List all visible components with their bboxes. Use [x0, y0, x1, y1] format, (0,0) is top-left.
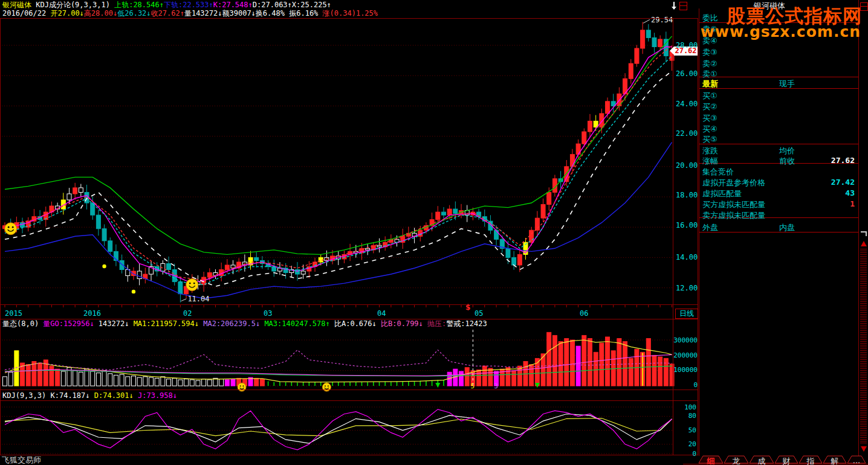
- kdj-chart-canvas[interactable]: [2, 407, 672, 454]
- price-tick: 26.00: [676, 69, 698, 78]
- volume-header-line: 量态(8,0) 量GO:152956↓ 143272↓ MA1:211957.5…: [2, 319, 487, 328]
- header-field: 上轨:28.546↑: [114, 1, 164, 9]
- row-label: 卖方虚拟未匹配量: [702, 210, 765, 221]
- quote-header-line: 2016/06/22 开27.00↓高28.00↓低26.32↓收27.62↑量…: [2, 9, 378, 18]
- kdj-line-J: [5, 409, 672, 450]
- indicator-header-line: 银河磁体 KDJ成分论(9,3,3,1) 上轨:28.546↑下轨:22.533…: [2, 1, 331, 9]
- tab-6[interactable]: 解: [823, 456, 846, 465]
- header-field: 收27.62↑: [151, 9, 184, 18]
- header-field: 2016/06/22: [2, 9, 50, 18]
- volume-mark: 5: [471, 382, 475, 390]
- scrollbar-up-icon[interactable]: [861, 241, 867, 246]
- price-tick: 20.00: [676, 161, 698, 170]
- volume-mark: 3: [494, 382, 498, 390]
- row-label: 虚拟开盘参考价格: [702, 178, 765, 188]
- high-annotation: 29.54: [651, 16, 673, 24]
- header-field: 量143272↓: [184, 9, 222, 18]
- order-book-row: 卖②: [699, 59, 858, 69]
- period-calendar-icon[interactable]: [679, 2, 687, 10]
- order-book-row: 涨幅前收27.62: [699, 156, 858, 166]
- period-selector[interactable]: 日线: [675, 309, 698, 319]
- main-chart-canvas[interactable]: 29.5411.04: [2, 16, 674, 303]
- dividend-marker: $: [465, 303, 470, 312]
- volume-header-field: 警戒:12423: [446, 319, 487, 328]
- price-tick: 16.00: [676, 221, 698, 229]
- volume-tick: 0: [673, 381, 698, 389]
- x-axis-label: 2015: [5, 309, 22, 318]
- tab-1[interactable]: 细: [699, 456, 723, 465]
- volume-header-field: 比B:0.799↓: [377, 319, 423, 328]
- order-book-row: 虚拟开盘参考价格27.42: [699, 178, 858, 188]
- order-book-row: 卖③: [699, 47, 858, 57]
- x-axis-label: 06: [580, 309, 588, 318]
- row-value: 43: [845, 188, 855, 197]
- row-label: 买方虚拟未匹配量: [702, 199, 765, 210]
- volume-header-field: MA3:140247.578↑: [260, 319, 330, 328]
- x-axis-label: 04: [377, 309, 386, 318]
- row-label: 集合竞价: [702, 167, 734, 178]
- kdj-tick: 0: [673, 450, 696, 458]
- smiley-marker: [186, 279, 198, 291]
- order-book-row: 卖①: [699, 69, 858, 79]
- price-tick: 18.00: [676, 191, 698, 199]
- volume-header-field: 量GO:152956↓: [43, 319, 94, 328]
- order-book-row: 买①: [699, 91, 858, 101]
- kdj-header-field: D:74.301↓: [90, 391, 134, 400]
- watermark-url: www.gszx.com.cn: [701, 23, 861, 40]
- volume-header-field: 143272↓: [94, 319, 129, 328]
- tab-2[interactable]: 龙: [724, 456, 748, 465]
- header-field: D:27.063↑: [253, 1, 292, 9]
- volume-chart-canvas[interactable]: 53: [2, 330, 674, 391]
- order-book-row: 虚拟匹配量43: [699, 188, 858, 199]
- volume-header-field: MA2:206239.5↓: [199, 319, 260, 328]
- tab-5[interactable]: 指: [799, 456, 822, 465]
- tab-3[interactable]: 成: [750, 456, 774, 465]
- volume-tick: 300000: [673, 336, 698, 344]
- tab-4[interactable]: 财: [775, 456, 798, 465]
- row-label: 买④: [702, 124, 717, 135]
- header-field: 振6.16%: [285, 9, 318, 18]
- order-book-row: 买④: [699, 124, 858, 134]
- row-label: 卖③: [702, 47, 717, 58]
- signal-triangle: [435, 383, 440, 388]
- app-brand-label: 飞狐交易师: [2, 455, 41, 465]
- order-book-row: 买②: [699, 101, 858, 112]
- kdj-header-field: KDJ(9,3,3): [2, 391, 50, 400]
- row-label: 涨跌: [702, 146, 718, 156]
- order-book-row: 外盘内盘: [699, 222, 858, 232]
- order-book-panel: 银河磁体 委比卖⑤卖④卖③卖②卖①最新现手买①买②买③买④买⑤涨跌均价涨幅前收2…: [699, 0, 858, 456]
- volume-header-field: 抛压:: [423, 319, 446, 328]
- dot-marker: [132, 290, 135, 293]
- price-tick: 24.00: [676, 100, 698, 108]
- volume-header-field: 量态(8,0): [2, 319, 43, 328]
- row-mid-label: 现手: [779, 79, 795, 89]
- row-label: 委比: [702, 13, 718, 24]
- kdj-header-line: KDJ(9,3,3) K:74.187↓ D:74.301↓ J:73.958↓: [2, 391, 177, 400]
- order-book-row: 买方虚拟未匹配量1: [699, 199, 858, 210]
- order-book-row: 最新现手: [699, 79, 858, 89]
- row-label: 买⑤: [702, 134, 717, 145]
- price-pin-icon[interactable]: [671, 2, 677, 9]
- price-tick: 14.00: [676, 253, 698, 261]
- header-field: 涨(0.34)1.25%: [318, 9, 378, 18]
- scrollbar-track[interactable]: [860, 249, 867, 444]
- kdj-tick: 50: [673, 426, 696, 434]
- kdj-tick: 20: [673, 440, 696, 448]
- row-mid-label: 前收: [779, 156, 795, 167]
- scrollbar-down-icon[interactable]: [861, 446, 867, 452]
- kdj-header-field: J:73.958↓: [134, 391, 177, 400]
- row-mid-label: 内盘: [779, 222, 795, 233]
- tab-7[interactable]: ...: [847, 456, 866, 465]
- price-tick: 12.00: [676, 284, 698, 292]
- low-annotation: 11.04: [187, 295, 209, 303]
- row-value: 27.62: [831, 156, 855, 165]
- x-axis-label: 05: [474, 309, 483, 318]
- header-field: 银河磁体: [2, 1, 31, 9]
- row-label: 买①: [702, 91, 717, 101]
- row-label: 外盘: [702, 222, 718, 233]
- x-axis-label: 03: [264, 309, 272, 318]
- row-label: 最新: [702, 79, 718, 89]
- row-value: 1: [850, 199, 855, 208]
- scrollbar-resize-icon[interactable]: [861, 231, 867, 236]
- x-axis-label: 02: [183, 309, 192, 318]
